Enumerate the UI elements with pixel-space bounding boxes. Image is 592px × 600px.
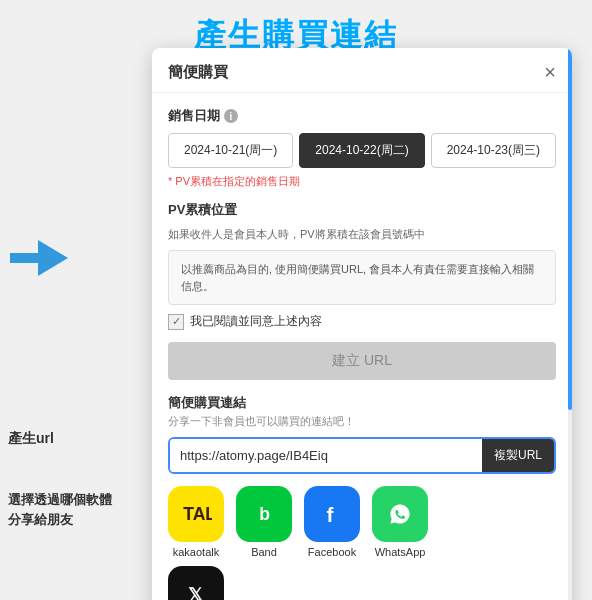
link-section-desc: 分享一下非會員也可以購買的連結吧！ (168, 414, 556, 429)
modal-header: 簡便購買 × (152, 48, 572, 93)
svg-text:f: f (326, 503, 333, 526)
date-note: * PV累積在指定的銷售日期 (168, 174, 556, 189)
date-button-0[interactable]: 2024-10-21(周一) (168, 133, 293, 168)
agree-checkbox[interactable]: ✓ (168, 314, 184, 330)
share-item-facebook[interactable]: f Facebook (304, 486, 360, 558)
link-section-title: 簡便購買連結 (168, 394, 556, 412)
facebook-icon: f (304, 486, 360, 542)
date-row: 2024-10-21(周一) 2024-10-22(周二) 2024-10-23… (168, 133, 556, 168)
svg-text:b: b (259, 504, 270, 524)
modal-body: 銷售日期 i 2024-10-21(周一) 2024-10-22(周二) 202… (152, 93, 572, 600)
info-icon: i (224, 109, 238, 123)
facebook-label: Facebook (308, 546, 356, 558)
share-item-kakaotalk[interactable]: TALK kakaotalk (168, 486, 224, 558)
notice-box: 以推薦商品為目的, 使用簡便購買URL, 會員本人有責任需要直接輸入相關信息。 (168, 250, 556, 305)
pv-desc: 如果收件人是會員本人時，PV將累積在該會員號碼中 (168, 227, 556, 242)
share-item-band[interactable]: b Band (236, 486, 292, 558)
url-input[interactable] (170, 439, 482, 472)
quick-buy-modal: 簡便購買 × 銷售日期 i 2024-10-21(周一) 2024-10-22(… (152, 48, 572, 600)
close-button[interactable]: × (544, 62, 556, 82)
modal-title: 簡便購買 (168, 63, 228, 82)
url-input-row: 複製URL (168, 437, 556, 474)
share-item-x[interactable]: 𝕏 X (168, 566, 224, 600)
share-row: TALK kakaotalk b Band (168, 486, 556, 566)
sales-date-label: 銷售日期 i (168, 107, 556, 125)
kakaotalk-label: kakaotalk (173, 546, 219, 558)
pv-section-title: PV累積位置 (168, 201, 556, 219)
checkbox-row: ✓ 我已閱讀並同意上述內容 (168, 313, 556, 330)
date-button-1[interactable]: 2024-10-22(周二) (299, 133, 424, 168)
date-button-2[interactable]: 2024-10-23(周三) (431, 133, 556, 168)
label-generate-url: 產生url (8, 430, 54, 448)
label-select-share: 選擇透過哪個軟體 分享給朋友 (8, 490, 112, 529)
whatsapp-icon (372, 486, 428, 542)
x-icon: 𝕏 (168, 566, 224, 600)
band-label: Band (251, 546, 277, 558)
checkbox-label: 我已閱讀並同意上述內容 (190, 313, 322, 330)
band-icon: b (236, 486, 292, 542)
svg-text:𝕏: 𝕏 (188, 585, 203, 600)
share-item-whatsapp[interactable]: WhatsApp (372, 486, 428, 558)
share-row-2: 𝕏 X (168, 566, 556, 600)
whatsapp-label: WhatsApp (375, 546, 426, 558)
kakaotalk-icon: TALK (168, 486, 224, 542)
svg-text:TALK: TALK (183, 504, 212, 524)
copy-url-button[interactable]: 複製URL (482, 439, 554, 472)
build-url-button[interactable]: 建立 URL (168, 342, 556, 380)
arrow-indicator (10, 240, 98, 276)
scrollbar[interactable] (568, 48, 572, 600)
pv-section: PV累積位置 如果收件人是會員本人時，PV將累積在該會員號碼中 以推薦商品為目的… (168, 201, 556, 330)
